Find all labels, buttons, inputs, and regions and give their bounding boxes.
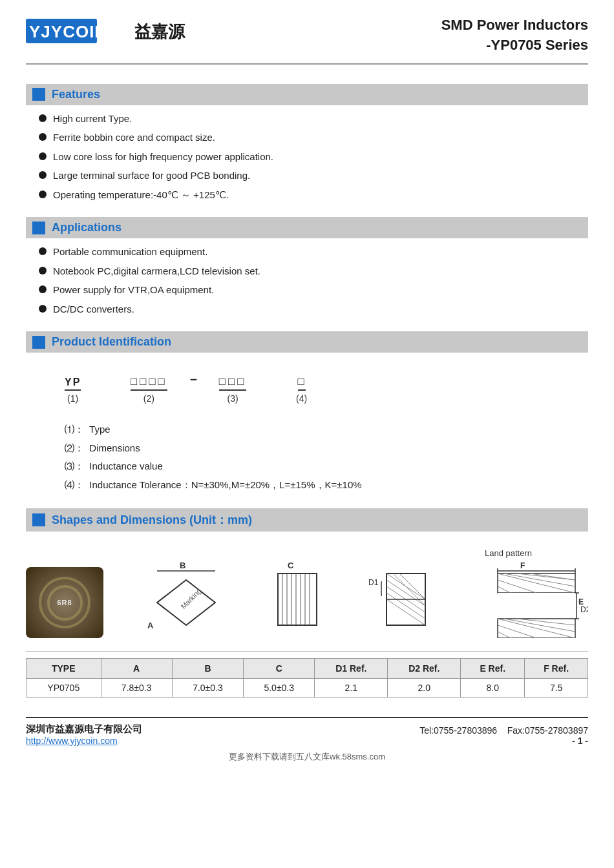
svg-line-37 xyxy=(498,586,511,593)
side-view-diagram: C xyxy=(268,561,326,638)
pid-label-3: (3) xyxy=(228,393,238,404)
pid-part-1: YP (1) xyxy=(65,377,81,404)
cell-c: 5.0±0.3 xyxy=(244,679,315,698)
svg-line-25 xyxy=(399,574,425,599)
product-id-diagram: YP (1) □□□□ (2) － □□□ (3) □ (4) xyxy=(65,371,588,404)
pid-dash: － xyxy=(187,371,200,397)
svg-rect-8 xyxy=(278,574,317,625)
pid-label-1: (1) xyxy=(67,393,78,404)
pid-label-2: (2) xyxy=(143,393,154,404)
svg-text:YJYCOIN: YJYCOIN xyxy=(29,22,107,41)
svg-text:C: C xyxy=(288,561,294,570)
list-item: Power supply for VTR,OA equipment. xyxy=(39,283,588,298)
svg-line-24 xyxy=(393,574,425,606)
note-1: ⑴： Type xyxy=(65,420,588,439)
footer-left: 深圳市益嘉源电子有限公司 http://www.yjycoin.com xyxy=(26,723,142,746)
main-title: SMD Power Inductors xyxy=(441,16,588,36)
col-d2: D2 Ref. xyxy=(388,659,461,679)
svg-line-48 xyxy=(498,632,511,638)
col-d1: D1 Ref. xyxy=(315,659,388,679)
bullet-dot xyxy=(39,133,47,141)
website-link[interactable]: http://www.yjycoin.com xyxy=(26,736,118,746)
col-e: E Ref. xyxy=(461,659,525,679)
shapes-label-text: Shapes and Dimensions (Unit：mm) xyxy=(52,512,252,528)
top-view-svg: B Marking A xyxy=(144,561,228,638)
col-f: F Ref. xyxy=(525,659,588,679)
logo-area: YJYCOIN 益嘉源 xyxy=(26,16,185,48)
component-label: 6R8 xyxy=(57,599,72,606)
bullet-dot xyxy=(39,247,47,255)
product-id-icon xyxy=(32,336,45,349)
footer-tel: Tel:0755-27803896 xyxy=(419,725,497,736)
dimensions-table: TYPE A B C D1 Ref. D2 Ref. E Ref. F Ref.… xyxy=(26,658,588,698)
cell-d1: 2.1 xyxy=(315,679,388,698)
applications-list: Portable communication equipment. Notebo… xyxy=(26,245,588,321)
product-id-notes: ⑴： Type ⑵： Dimensions ⑶： Inductance valu… xyxy=(65,420,588,494)
front-view-diagram: D1 xyxy=(367,561,445,638)
cell-f: 7.5 xyxy=(525,679,588,698)
pid-code-1: YP xyxy=(65,377,81,391)
svg-line-32 xyxy=(498,574,575,593)
list-item: Operating temperature:-40℃ ～ +125℃. xyxy=(39,188,588,203)
pid-code-3: □□□ xyxy=(219,376,247,391)
list-item: Portable communication equipment. xyxy=(39,245,588,260)
shapes-section-header: Shapes and Dimensions (Unit：mm) xyxy=(26,508,588,532)
cell-b: 7.0±0.3 xyxy=(172,679,243,698)
pid-part-3: □□□ (3) xyxy=(219,376,247,404)
bullet-dot xyxy=(39,191,47,198)
land-pattern-svg: F E xyxy=(485,561,588,638)
land-pattern-area: Land pattern F E xyxy=(485,548,588,638)
cell-e: 8.0 xyxy=(461,679,525,698)
product-id-section-header: Product Identification xyxy=(26,331,588,353)
col-c: C xyxy=(244,659,315,679)
svg-text:B: B xyxy=(180,561,185,570)
cell-type: YP0705 xyxy=(26,679,101,698)
pid-part-2: □□□□ (2) xyxy=(131,376,167,404)
note-3: ⑶： Inductance value xyxy=(65,457,588,476)
header: YJYCOIN 益嘉源 SMD Power Inductors -YP0705 … xyxy=(26,16,588,65)
features-icon xyxy=(32,88,45,101)
sub-title: -YP0705 Series xyxy=(441,36,588,56)
list-item: Notebook PC,digital carmera,LCD televisi… xyxy=(39,264,588,279)
list-item: DC/DC converters. xyxy=(39,302,588,317)
table-row: YP0705 7.8±0.3 7.0±0.3 5.0±0.3 2.1 2.0 8… xyxy=(26,679,588,698)
svg-text:F: F xyxy=(520,561,525,570)
svg-line-20 xyxy=(386,580,425,606)
svg-text:D1: D1 xyxy=(368,578,379,587)
applications-section-header: Applications xyxy=(26,217,588,238)
cell-a: 7.8±0.3 xyxy=(101,679,172,698)
svg-line-22 xyxy=(386,593,425,619)
cell-d2: 2.0 xyxy=(388,679,461,698)
list-item: Ferrite bobbin core and compact size. xyxy=(39,130,588,145)
shapes-icon xyxy=(32,513,45,526)
svg-line-35 xyxy=(530,574,575,580)
pid-code-2: □□□□ xyxy=(131,376,167,391)
svg-rect-42 xyxy=(498,593,575,619)
footer-fax: Fax:0755-27803897 xyxy=(507,725,588,736)
footer-bottom: 更多资料下载请到五八文库wk.58sms.com xyxy=(26,751,588,763)
svg-text:D2: D2 xyxy=(580,605,588,614)
bullet-dot xyxy=(39,152,47,160)
svg-text:Marking: Marking xyxy=(179,587,202,610)
list-item: Large terminal surface for good PCB bond… xyxy=(39,169,588,183)
bullet-dot xyxy=(39,305,47,313)
svg-text:A: A xyxy=(147,621,154,630)
svg-line-45 xyxy=(504,619,575,632)
note-2: ⑵： Dimensions xyxy=(65,439,588,458)
svg-line-23 xyxy=(386,599,425,625)
col-type: TYPE xyxy=(26,659,101,679)
bullet-dot xyxy=(39,285,47,293)
list-item: Low core loss for high frequency power a… xyxy=(39,150,588,165)
company-name: 深圳市益嘉源电子有限公司 xyxy=(26,723,142,736)
logo-icon: YJYCOIN xyxy=(26,16,129,48)
bullet-dot xyxy=(39,114,47,122)
features-section-header: Features xyxy=(26,84,588,105)
side-view-svg: C xyxy=(268,561,326,638)
col-b: B xyxy=(172,659,243,679)
features-list: High current Type. Ferrite bobbin core a… xyxy=(26,112,588,207)
page-number: - 1 - xyxy=(572,736,588,746)
bullet-dot xyxy=(39,171,47,179)
component-photo: 6R8 xyxy=(26,567,103,638)
pid-label-4: (4) xyxy=(296,393,307,404)
features-label: Features xyxy=(52,88,100,101)
